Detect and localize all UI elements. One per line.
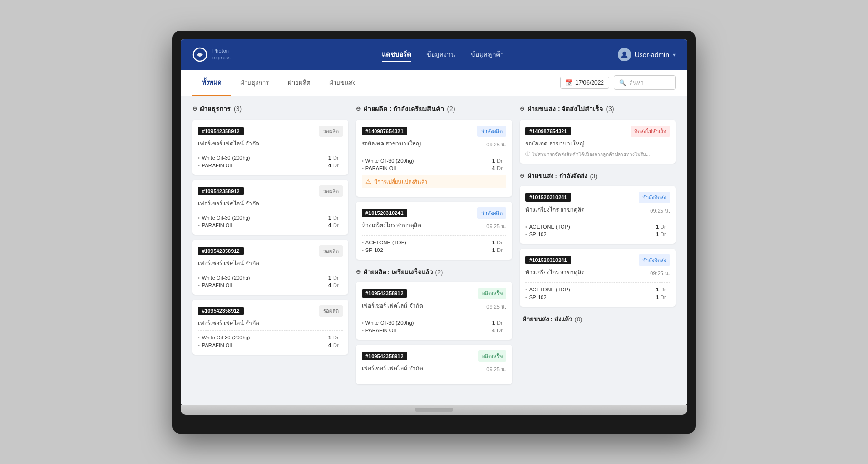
card-header: #109542358912 รอผลิต bbox=[198, 245, 343, 257]
product-qty: 4 bbox=[323, 342, 331, 348]
section-title-del1: ฝ่ายขนส่ง : จัดส่งไม่สำเร็จ bbox=[527, 104, 603, 114]
company-name: รอยัลเทค สาขาบางใหญ่ bbox=[525, 139, 670, 148]
product-qty: 1 bbox=[486, 158, 495, 164]
section-header-del1: ⊖ ฝ่ายขนส่ง : จัดส่งไม่สำเร็จ (3) bbox=[520, 104, 676, 114]
product-qty: 1 bbox=[323, 335, 331, 340]
prod-card-2[interactable]: #101520310241 กำลังผลิต ห้างเกรียงไกร สา… bbox=[356, 202, 512, 260]
prod-card-1[interactable]: #140987654321 กำลังผลิต รอยัลเทค สาขาบาง… bbox=[356, 120, 512, 197]
nav-data[interactable]: ข้อมูลงาน bbox=[426, 47, 455, 62]
status-badge: ผลิตเสร็จ bbox=[478, 350, 506, 362]
warning-icon: ⚠ bbox=[365, 178, 371, 185]
laptop-base bbox=[181, 405, 687, 415]
status-badge: รอผลิต bbox=[319, 185, 343, 197]
del-card-1[interactable]: #140987654321 จัดส่งไม่สำเร็จ รอยัลเทค ส… bbox=[520, 120, 676, 164]
nav-user[interactable]: User-admin ▾ bbox=[618, 48, 676, 61]
tab-production[interactable]: ฝ่ายผลิต bbox=[278, 70, 320, 96]
product-row: • PARAFIN OIL 4 Dr bbox=[198, 281, 343, 289]
product-name: PARAFIN OIL bbox=[365, 328, 486, 333]
product-row: • SP-102 1 Dr bbox=[525, 293, 670, 301]
product-unit: Dr bbox=[497, 328, 506, 333]
product-name: White Oil-30 (200hg) bbox=[202, 155, 323, 161]
column-delivery: ⊖ ฝ่ายขนส่ง : จัดส่งไม่สำเร็จ (3) #14098… bbox=[516, 104, 680, 397]
product-qty: 4 bbox=[486, 165, 495, 171]
product-qty: 4 bbox=[323, 163, 331, 168]
order-id: #109542358912 bbox=[198, 307, 244, 315]
column-production: ⊖ ฝ่ายผลิต : กำลังเตรียมสินค้า (2) #1409… bbox=[352, 104, 516, 397]
product-row: • SP-102 1 Dr bbox=[525, 231, 670, 238]
product-name: SP-102 bbox=[365, 247, 486, 253]
product-row: • White Oil-30 (200hg) 1 Dr bbox=[362, 319, 506, 327]
product-unit: Dr bbox=[333, 163, 343, 168]
status-badge: รอผลิต bbox=[319, 305, 343, 317]
calendar-icon: 📅 bbox=[565, 79, 572, 86]
product-qty: 4 bbox=[323, 282, 331, 288]
product-name: White Oil-30 (200hg) bbox=[202, 215, 323, 221]
product-name: White Oil-30 (200hg) bbox=[365, 158, 486, 164]
card-header: #140987654321 จัดส่งไม่สำเร็จ bbox=[525, 126, 670, 137]
product-unit: Dr bbox=[333, 342, 343, 348]
section-count-prod2: (2) bbox=[435, 269, 443, 276]
admin-card-3[interactable]: #109542358912 รอผลิต เฟอร์เซอร์ เฟคไลน์ … bbox=[192, 240, 348, 295]
product-unit: Dr bbox=[333, 215, 343, 221]
nav-customer[interactable]: ข้อมูลลูกค้า bbox=[471, 47, 504, 62]
product-qty: 1 bbox=[486, 240, 495, 245]
product-qty: 4 bbox=[323, 222, 331, 228]
del-card-3[interactable]: #101520310241 กำลังจัดส่ง ห้างเกรียงไกร … bbox=[520, 249, 676, 307]
navbar: Photon express แดชบอร์ด ข้อมูลงาน ข้อมูล… bbox=[181, 39, 687, 70]
product-qty: 1 bbox=[323, 155, 331, 161]
product-name: ACETONE (TOP) bbox=[529, 224, 650, 230]
prod-card-4[interactable]: #109542358912 ผลิตเสร็จ เฟอร์เซอร์ เฟคไล… bbox=[356, 345, 512, 384]
tab-admin[interactable]: ฝ่ายธุรการ bbox=[231, 70, 278, 96]
laptop-notch bbox=[415, 408, 453, 412]
info-icon: ⓘ bbox=[525, 151, 530, 157]
company-name: ห้างเกรียงไกร สาขาดุสิต bbox=[525, 268, 585, 277]
card-header: #109542358912 รอผลิต bbox=[198, 185, 343, 197]
order-id: #109542358912 bbox=[198, 127, 244, 135]
company-name: เฟอร์เซอร์ เฟคไลน์ จำกัด bbox=[198, 139, 343, 148]
product-qty: 1 bbox=[650, 294, 659, 300]
date-filter[interactable]: 📅 17/06/2022 bbox=[560, 77, 609, 89]
product-name: PARAFIN OIL bbox=[202, 222, 323, 228]
admin-card-4[interactable]: #109542358912 รอผลิต เฟอร์เซอร์ เฟคไลน์ … bbox=[192, 300, 348, 355]
error-note: ⓘ ไม่สามารถจัดส่งสินค้าได้เนื่องจากลูกค้… bbox=[525, 151, 670, 158]
product-unit: Dr bbox=[661, 224, 670, 230]
admin-card-1[interactable]: #109542358912 รอผลิต เฟอร์เซอร์ เฟคไลน์ … bbox=[192, 120, 348, 175]
admin-card-2[interactable]: #109542358912 รอผลิต เฟอร์เซอร์ เฟคไลน์ … bbox=[192, 180, 348, 235]
nav-dashboard[interactable]: แดชบอร์ด bbox=[382, 47, 411, 62]
product-unit: Dr bbox=[497, 158, 506, 164]
product-name: PARAFIN OIL bbox=[202, 282, 323, 288]
product-name: ACETONE (TOP) bbox=[365, 240, 486, 245]
status-badge: กำลังผลิต bbox=[477, 126, 506, 137]
product-row: • White Oil-30 (200hg) 1 Dr bbox=[198, 334, 343, 341]
date-value: 17/06/2022 bbox=[575, 79, 604, 86]
product-name: White Oil-30 (200hg) bbox=[202, 275, 323, 280]
company-name: เฟอร์เซอร์ เฟคไลน์ จำกัด bbox=[198, 199, 343, 208]
nav-links: แดชบอร์ด ข้อมูลงาน ข้อมูลลูกค้า bbox=[284, 47, 602, 62]
tab-delivery[interactable]: ฝ่ายขนส่ง bbox=[320, 70, 365, 96]
product-unit: Dr bbox=[333, 222, 343, 228]
company-name: ห้างเกรียงไกร สาขาดุสิต bbox=[362, 221, 421, 230]
prod-card-3[interactable]: #109542358912 ผลิตเสร็จ เฟอร์เซอร์ เฟคไล… bbox=[356, 282, 512, 340]
tab-all[interactable]: ทั้งหมด bbox=[192, 70, 231, 96]
search-box[interactable]: 🔍 ค้นหา bbox=[614, 75, 676, 90]
section-count-admin: (3) bbox=[234, 105, 242, 113]
product-name: ACETONE (TOP) bbox=[529, 287, 650, 292]
product-row: • White Oil-30 (200hg) 1 Dr bbox=[362, 157, 506, 164]
card-header: #101520310241 กำลังผลิต bbox=[362, 207, 506, 219]
del-card-2[interactable]: #101520310241 กำลังจัดส่ง ห้างเกรียงไกร … bbox=[520, 186, 676, 244]
product-qty: 1 bbox=[323, 215, 331, 221]
time-text: 09:25 น. bbox=[486, 140, 506, 149]
chevron-icon: ⊖ bbox=[520, 173, 524, 179]
product-qty: 1 bbox=[650, 287, 659, 292]
card-header: #109542358912 รอผลิต bbox=[198, 126, 343, 137]
card-body: • ACETONE (TOP) 1 Dr • SP-102 1 Dr bbox=[525, 282, 670, 301]
card-body: • ACETONE (TOP) 1 Dr • SP-102 1 Dr bbox=[525, 220, 670, 238]
search-icon: 🔍 bbox=[619, 79, 626, 86]
time-text: 09:25 น. bbox=[486, 222, 506, 231]
product-row: • ACETONE (TOP) 1 Dr bbox=[525, 286, 670, 293]
product-name: PARAFIN OIL bbox=[202, 342, 323, 348]
section-header-admin: ⊖ ฝ่ายธุรการ (3) bbox=[192, 104, 348, 114]
company-name: เฟอร์เซอร์ เฟคไลน์ จำกัด bbox=[198, 319, 343, 328]
product-qty: 1 bbox=[486, 320, 495, 326]
status-badge: กำลังผลิต bbox=[477, 207, 506, 219]
